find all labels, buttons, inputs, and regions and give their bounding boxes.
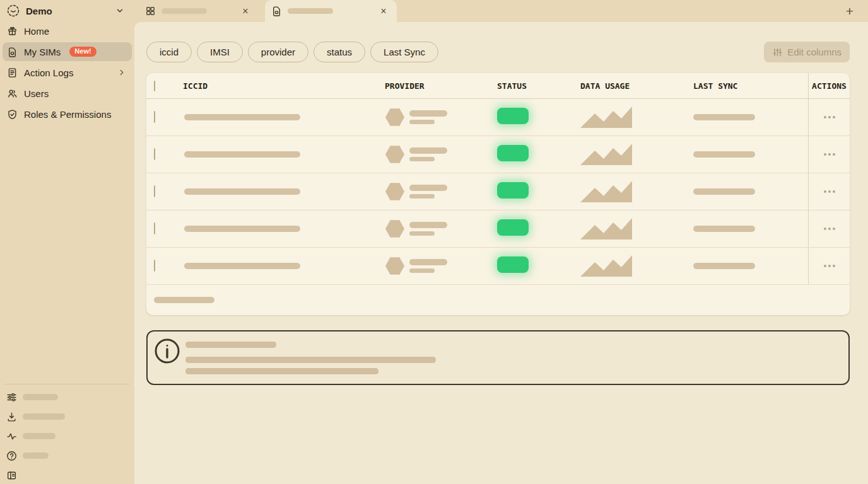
table-row: [146, 173, 850, 210]
close-tab-icon[interactable]: ×: [240, 6, 251, 17]
provider-logo-skeleton: [385, 108, 405, 127]
sidebar-item-my-sims[interactable]: My SIMs New!: [3, 42, 132, 61]
help-icon: [6, 451, 17, 461]
panel-left-icon: [6, 470, 17, 481]
filter-pill-iccid[interactable]: iccid: [146, 42, 192, 62]
sliders-vertical-icon: [772, 47, 782, 57]
workspace-switcher[interactable]: Demo: [0, 0, 134, 19]
shield-check-icon: [7, 109, 18, 120]
status-badge: [497, 256, 529, 273]
provider-logo-skeleton: [385, 183, 405, 201]
edit-columns-label: Edit columns: [787, 47, 842, 57]
last-sync-skeleton: [693, 263, 755, 269]
main-area: × × + iccid IMSI provider stat: [134, 0, 868, 484]
filter-pill-imsi[interactable]: IMSI: [197, 42, 243, 62]
sidebar-footer-item-download[interactable]: [0, 412, 134, 422]
status-badge: [497, 219, 529, 236]
skeleton-bar: [23, 433, 56, 439]
info-banner: [146, 330, 850, 385]
sidebar-item-label: Users: [24, 88, 49, 99]
last-sync-skeleton: [693, 226, 755, 232]
provider-text-skeleton: [409, 259, 447, 273]
iccid-skeleton: [184, 151, 300, 158]
sliders-icon: [6, 392, 17, 403]
divider: [5, 384, 129, 384]
workspace-name: Demo: [26, 6, 52, 16]
edit-columns-button[interactable]: Edit columns: [764, 42, 850, 62]
users-icon: [7, 88, 18, 99]
close-tab-icon[interactable]: ×: [378, 6, 389, 17]
table-body: [146, 99, 850, 285]
sidebar-footer-item-activity[interactable]: [0, 431, 134, 441]
row-actions-button[interactable]: [820, 224, 839, 234]
filter-pill-provider[interactable]: provider: [248, 42, 308, 62]
skeleton-bar: [23, 452, 49, 459]
sidebar-item-action-logs[interactable]: Action Logs: [3, 63, 132, 82]
row-actions-button[interactable]: [820, 261, 839, 271]
sidebar-item-label: Home: [24, 26, 49, 37]
sidebar-item-label: Action Logs: [24, 67, 73, 78]
provider-text-skeleton: [409, 110, 447, 124]
row-checkbox[interactable]: [154, 111, 155, 123]
sidebar-item-home[interactable]: Home: [3, 21, 132, 40]
row-checkbox[interactable]: [154, 148, 155, 160]
sidebar-footer-item-settings[interactable]: [0, 392, 134, 402]
tab-dashboard[interactable]: ×: [139, 0, 259, 22]
home-icon: [7, 26, 18, 37]
row-checkbox[interactable]: [154, 260, 155, 272]
iccid-skeleton: [184, 188, 300, 195]
filter-pill-last-sync[interactable]: Last Sync: [370, 42, 438, 62]
table-header: ICCID PROVIDER STATUS DATA USAGE LAST SY…: [146, 73, 850, 99]
sidebar-item-roles-permissions[interactable]: Roles & Permissions: [3, 105, 132, 124]
table-pagination: [146, 285, 850, 315]
tab-bar: × × +: [134, 0, 868, 22]
sidebar-footer-item-help[interactable]: [0, 451, 134, 461]
tab-my-sims[interactable]: ×: [265, 0, 397, 22]
sidebar-item-users[interactable]: Users: [3, 84, 132, 103]
provider-text-skeleton: [409, 185, 447, 199]
new-tab-button[interactable]: +: [842, 4, 857, 19]
column-header-status: STATUS: [497, 81, 580, 91]
select-all-checkbox[interactable]: [154, 81, 155, 91]
data-usage-chart: [580, 255, 693, 277]
status-badge: [497, 182, 529, 199]
sidebar-collapse-button[interactable]: [0, 470, 134, 480]
content-panel: iccid IMSI provider status Last Sync Edi…: [134, 22, 868, 484]
iccid-skeleton: [184, 114, 300, 120]
filter-bar: iccid IMSI provider status Last Sync Edi…: [146, 42, 850, 62]
iccid-skeleton: [184, 263, 300, 269]
workspace-avatar-icon: [6, 4, 20, 18]
table-row: [146, 136, 850, 173]
iccid-skeleton: [184, 226, 300, 232]
data-usage-chart: [580, 144, 693, 165]
data-usage-chart: [580, 218, 693, 239]
row-actions-button[interactable]: [820, 187, 839, 197]
chevron-right-icon: [117, 68, 126, 77]
sidebar-nav: Home My SIMs New!: [0, 19, 134, 124]
filter-pill-status[interactable]: status: [314, 42, 365, 62]
row-actions-button[interactable]: [820, 149, 839, 159]
sidebar-footer: [0, 384, 134, 480]
last-sync-skeleton: [693, 188, 755, 195]
download-icon: [6, 412, 17, 422]
table-row: [146, 248, 850, 285]
column-header-data-usage: DATA USAGE: [580, 81, 693, 91]
row-checkbox[interactable]: [154, 185, 155, 197]
row-actions-button[interactable]: [820, 112, 839, 122]
last-sync-skeleton: [693, 114, 755, 120]
sidebar: Demo Home: [0, 0, 134, 484]
skeleton-bar: [23, 413, 65, 420]
provider-logo-skeleton: [385, 257, 405, 275]
provider-logo-skeleton: [385, 146, 405, 164]
grid-icon: [145, 6, 156, 16]
row-checkbox[interactable]: [154, 222, 155, 234]
data-usage-chart: [580, 181, 693, 202]
pagination-skeleton: [154, 297, 214, 303]
column-header-iccid: ICCID: [183, 81, 385, 91]
sim-card-icon: [7, 47, 18, 57]
column-header-actions: ACTIONS: [808, 73, 850, 98]
last-sync-skeleton: [693, 151, 755, 158]
skeleton-bar: [23, 394, 58, 400]
provider-logo-skeleton: [385, 220, 405, 238]
table-row: [146, 210, 850, 248]
